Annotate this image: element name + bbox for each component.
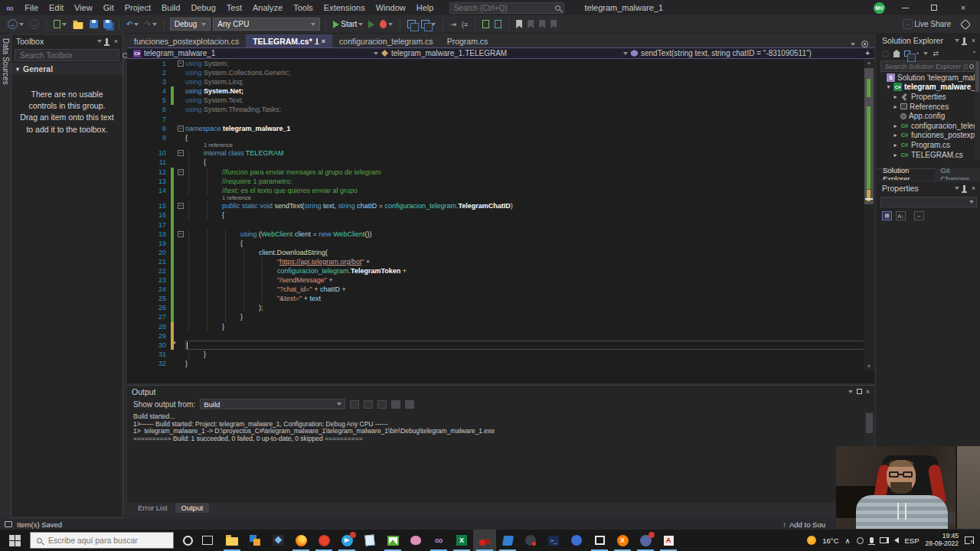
breadcrumb-member[interactable]: sendText(string text, string chatID = "-… bbox=[623, 48, 812, 58]
code-area[interactable]: 1−using System;2using System.Collections… bbox=[127, 59, 874, 370]
code-line-19[interactable]: 19{ bbox=[127, 239, 874, 248]
code-text[interactable]: "/sendMessage" + bbox=[185, 276, 874, 285]
code-text[interactable] bbox=[185, 115, 874, 124]
start-debug-button[interactable]: Start bbox=[332, 18, 364, 31]
panel-tab-solution-explorer[interactable]: Solution Explorer bbox=[877, 168, 935, 180]
clear-all-icon[interactable] bbox=[377, 400, 387, 409]
live-share-button[interactable]: ⌁Live Share bbox=[901, 18, 952, 31]
code-text[interactable]: using System.Net; bbox=[185, 86, 874, 96]
menu-view[interactable]: View bbox=[69, 3, 98, 12]
code-line-10[interactable]: 10−internal class TELEGRAM bbox=[127, 148, 874, 158]
code-text[interactable]: "&text=" + text bbox=[185, 294, 874, 303]
tray-app-icon[interactable] bbox=[857, 537, 864, 544]
code-line-24[interactable]: 24"?chat_id=" + chatID + bbox=[127, 285, 874, 294]
task-view-icon[interactable] bbox=[202, 536, 213, 545]
codelens-row[interactable]: 1 reference bbox=[127, 142, 874, 149]
tree-item-solution-telegram-malwar[interactable]: SSolution 'telegram_malwar bbox=[877, 73, 980, 83]
telegram-icon[interactable] bbox=[335, 530, 358, 551]
collapsed-arrow-icon[interactable]: ▸ bbox=[893, 132, 898, 139]
code-line-31[interactable]: 31} bbox=[127, 350, 874, 359]
next-message-icon[interactable] bbox=[364, 400, 373, 409]
notes-app-icon[interactable] bbox=[358, 530, 381, 551]
properties-menu-icon[interactable] bbox=[955, 187, 959, 190]
menu-git[interactable]: Git bbox=[98, 3, 119, 12]
alphabetical-icon[interactable]: A↓ bbox=[896, 211, 906, 220]
se-back-icon[interactable] bbox=[882, 51, 889, 57]
file-explorer-icon[interactable] bbox=[220, 530, 243, 551]
code-line-32[interactable]: 32} bbox=[127, 359, 874, 368]
excel-icon[interactable]: X bbox=[450, 530, 473, 551]
fold-margin[interactable]: − bbox=[175, 59, 185, 68]
code-text[interactable]: } bbox=[185, 350, 874, 359]
code-text[interactable]: using (WebClient client = new WebClient(… bbox=[185, 230, 874, 239]
collapsed-arrow-icon[interactable]: ▸ bbox=[893, 152, 898, 158]
collapse-icon[interactable]: − bbox=[178, 60, 184, 67]
codelens-label[interactable]: 1 reference bbox=[185, 195, 874, 202]
weather-icon[interactable] bbox=[807, 536, 816, 545]
toolbox-section-general[interactable]: ▾General bbox=[11, 63, 122, 75]
microphone-icon[interactable] bbox=[870, 537, 874, 543]
close-button[interactable]: × bbox=[954, 2, 972, 14]
brain-app-icon[interactable] bbox=[404, 530, 427, 551]
code-line-23[interactable]: 23"/sendMessage" + bbox=[127, 276, 874, 285]
switch-views-icon[interactable] bbox=[904, 51, 910, 57]
tree-item-app-config[interactable]: App.config bbox=[877, 111, 980, 121]
firefox-icon[interactable] bbox=[289, 530, 312, 551]
property-pages-icon[interactable]: ⌐ bbox=[914, 211, 924, 220]
add-to-source-control[interactable]: Add to Sou bbox=[789, 520, 825, 529]
code-text[interactable]: internal class TELEGRAM bbox=[185, 148, 874, 158]
find-in-files-button[interactable] bbox=[406, 18, 417, 31]
tray-expand-icon[interactable]: ∧ bbox=[845, 536, 851, 545]
start-button[interactable] bbox=[9, 535, 21, 546]
hot-reload-button[interactable] bbox=[378, 18, 394, 31]
fold-margin[interactable]: − bbox=[175, 230, 185, 239]
codelens-label[interactable]: 1 reference bbox=[185, 142, 874, 149]
taskbar-search-box[interactable] bbox=[30, 532, 174, 549]
editor-tab-funciones-postexplotacion-cs[interactable]: funciones_postexplotacion.cs bbox=[127, 34, 246, 47]
editor-tab-telegram-cs[interactable]: TELEGRAM.cs*× bbox=[246, 34, 332, 47]
global-search-box[interactable] bbox=[449, 2, 564, 14]
call-stack-button[interactable]: (≡ bbox=[460, 18, 469, 31]
powershell-icon[interactable]: >_ bbox=[542, 530, 565, 551]
code-line-6[interactable]: 6using System.Threading.Tasks; bbox=[127, 105, 874, 114]
code-line-17[interactable]: 17 bbox=[127, 220, 874, 230]
code-line-25[interactable]: 25"&text=" + text bbox=[127, 294, 874, 303]
feedback-icon[interactable] bbox=[960, 18, 971, 31]
open-file-button[interactable] bbox=[70, 18, 86, 31]
editor-tab-program-cs[interactable]: Program.cs bbox=[440, 34, 495, 47]
code-text[interactable]: { bbox=[185, 133, 874, 142]
code-text[interactable]: using System.Linq; bbox=[185, 77, 874, 86]
maximize-button[interactable] bbox=[925, 2, 943, 14]
document-green-button[interactable] bbox=[481, 18, 491, 31]
taskbar-search-input[interactable] bbox=[47, 535, 167, 546]
tree-item-telegram-malware-1[interactable]: ▾C#telegram_malware_1 bbox=[877, 83, 980, 93]
code-line-29[interactable]: 29 bbox=[127, 331, 874, 341]
collapse-icon[interactable]: − bbox=[178, 203, 184, 209]
output-maximize-icon[interactable] bbox=[857, 389, 862, 394]
toolbox-menu-icon[interactable] bbox=[97, 40, 102, 43]
collapsed-arrow-icon[interactable]: ▸ bbox=[893, 122, 898, 129]
tree-item-configuracion-teleg[interactable]: ▸C#configuracion_teleg bbox=[877, 121, 980, 131]
collapse-icon[interactable]: − bbox=[178, 126, 184, 132]
redo-button[interactable]: ↷ bbox=[142, 18, 158, 31]
collapse-icon[interactable]: − bbox=[178, 150, 184, 156]
close-tab-icon[interactable]: × bbox=[322, 37, 325, 45]
global-search-input[interactable] bbox=[453, 4, 555, 12]
visual-studio-icon[interactable]: ∞ bbox=[427, 530, 450, 551]
se-close-icon[interactable]: × bbox=[972, 37, 975, 44]
cortana-icon[interactable] bbox=[183, 536, 193, 546]
properties-object-dropdown[interactable] bbox=[880, 197, 977, 207]
clock[interactable]: 19:45 28-09-2022 bbox=[926, 533, 959, 548]
toolbox-search-box[interactable] bbox=[15, 49, 119, 61]
toolbox-pin-icon[interactable] bbox=[106, 38, 108, 44]
window-layout-button[interactable] bbox=[420, 18, 437, 31]
code-text[interactable]: client.DownloadString( bbox=[185, 248, 874, 257]
fold-margin[interactable]: − bbox=[175, 148, 185, 158]
tree-item-references[interactable]: ▸References bbox=[877, 102, 980, 112]
code-line-9[interactable]: 9{ bbox=[127, 133, 874, 142]
menu-debug[interactable]: Debug bbox=[185, 3, 220, 12]
code-text[interactable]: using System.Text; bbox=[185, 96, 874, 105]
filter-caret-icon[interactable] bbox=[923, 52, 928, 55]
screen-recorder-icon[interactable] bbox=[519, 530, 542, 551]
code-text[interactable]: using System.Collections.Generic; bbox=[185, 68, 874, 77]
